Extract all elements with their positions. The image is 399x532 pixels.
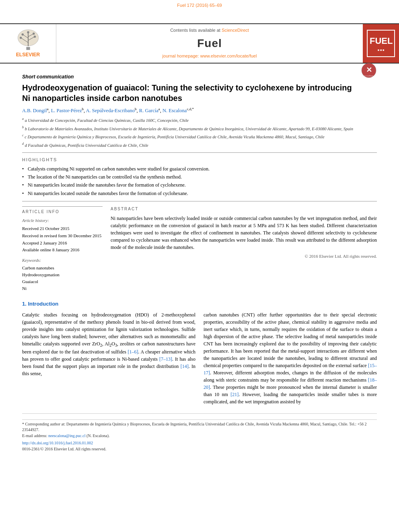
fuel-logo: FUEL ■ ■ ■ <box>367 30 395 57</box>
elsevier-brand-text: ELSEVIER <box>16 51 40 58</box>
intro-text-left: Catalytic studies focusing on hydrodeoxy… <box>22 311 195 377</box>
ref-14: [14] <box>181 364 189 369</box>
keyword-4: Ni <box>22 286 103 292</box>
revised-date: Received in revised form 30 December 201… <box>22 233 103 239</box>
author-4[interactable]: R. García <box>139 108 158 113</box>
accepted-date: Accepted 2 January 2016 <box>22 240 103 246</box>
svg-point-9 <box>21 33 24 36</box>
author-1[interactable]: A.B. Dongil <box>22 108 47 113</box>
divider-2 <box>22 201 377 201</box>
affiliation-2: b b Laboratorio de Materiales Avanzados,… <box>22 125 377 132</box>
page: Fuel 172 (2016) 65–69 ELS <box>0 0 399 452</box>
svg-rect-0 <box>26 47 30 50</box>
journal-center: Contents lists available at ScienceDirec… <box>56 24 363 63</box>
highlight-item-4: Ni nanoparticles located outside the nan… <box>22 190 377 197</box>
article-title: Hydrodeoxygenation of guaiacol: Tuning t… <box>22 82 377 103</box>
intro-text-right: carbon nanotubes (CNT) offer further opp… <box>204 311 377 405</box>
keyword-1: Carbon nanotubes <box>22 265 103 271</box>
article-info-abstract: ARTICLE INFO Article history: Received 2… <box>22 206 377 292</box>
fuel-logo-box: FUEL ■ ■ ■ <box>363 24 399 63</box>
citation-line: Fuel 172 (2016) 65–69 <box>0 0 399 11</box>
corresponding-note: * Corresponding author at: Departamento … <box>22 419 377 433</box>
intro-section-title: 1. Introduction <box>22 300 377 308</box>
keyword-3: Guaiacol <box>22 279 103 285</box>
article-info-column: ARTICLE INFO Article history: Received 2… <box>22 206 103 292</box>
svg-point-7 <box>19 37 22 39</box>
available-date: Available online 8 January 2016 <box>22 247 103 253</box>
svg-point-11 <box>27 31 29 33</box>
elsevier-tree-icon <box>12 29 44 51</box>
received-date: Received 21 October 2015 <box>22 226 103 232</box>
introduction-section: 1. Introduction Catalytic studies focusi… <box>22 300 377 405</box>
highlight-item-1: Catalysts comprising Ni supported on car… <box>22 166 377 173</box>
affiliation-4: d d Facultad de Químicas, Pontificia Uni… <box>22 142 377 148</box>
title-area: Hydrodeoxygenation of guaiacol: Tuning t… <box>22 82 377 103</box>
authors: A.B. Dongila, L. Pastor-Pérezb, A. Sepúl… <box>22 107 377 114</box>
corresponding-text: * Corresponding author at: Departamento … <box>22 422 367 432</box>
science-direct-link: Contents lists available at ScienceDirec… <box>170 27 249 34</box>
footer-area: * Corresponding author at: Departamento … <box>22 413 377 452</box>
copyright: © 2016 Elsevier Ltd. All rights reserved… <box>111 253 377 260</box>
journal-homepage-text: journal homepage: www.elsevier.com/locat… <box>162 53 257 58</box>
svg-point-10 <box>33 33 35 35</box>
email-link[interactable]: neescalona@ing.puc.cl <box>48 433 86 438</box>
ref-18-20: [18–20] <box>204 377 377 390</box>
article-type: Short communication <box>22 73 377 80</box>
highlight-item-2: The location of the Ni nanoparticles can… <box>22 174 377 181</box>
email-note: E-mail address: neescalona@ing.puc.cl (N… <box>22 433 377 439</box>
journal-header: ELSEVIER Contents lists available at Sci… <box>0 23 399 64</box>
svg-text:CrossMark: CrossMark <box>364 75 374 77</box>
intro-section-name: Introduction <box>28 301 58 307</box>
keyword-2: Hydrodeoxygenation <box>22 272 103 278</box>
abstract-label: ABSTRACT <box>111 206 377 212</box>
affiliation-3: c c Departamento de Ingeniería Química y… <box>22 133 377 140</box>
divider-1 <box>22 152 377 153</box>
svg-text:✕: ✕ <box>366 66 372 74</box>
svg-point-8 <box>33 35 36 38</box>
doi-link[interactable]: http://dx.doi.org/10.1016/j.fuel.2016.01… <box>22 440 377 446</box>
elsevier-logo: ELSEVIER <box>0 24 56 63</box>
ref-15-17: [15–17] <box>204 363 377 376</box>
affiliation-1: a a Universidad de Concepción, Facultad … <box>22 117 377 123</box>
keywords-label: Keywords: <box>22 257 103 264</box>
ref-1-6: [1–6] <box>128 349 138 355</box>
journal-homepage: journal homepage: www.elsevier.com/locat… <box>162 53 257 60</box>
science-direct-name: ScienceDirect <box>222 28 249 33</box>
citation-text: Fuel 172 (2016) 65–69 <box>177 3 222 8</box>
intro-section-number: 1. <box>22 301 27 307</box>
highlights-title: HIGHLIGHTS <box>22 157 377 163</box>
journal-name: Fuel <box>197 35 222 52</box>
highlight-item-3: Ni nanoparticles located inside the nano… <box>22 182 377 189</box>
abstract-text: Ni nanoparticles have been selectively l… <box>111 215 377 251</box>
ref-21: [21] <box>230 392 239 397</box>
ref-7-13: [7–13] <box>159 356 172 362</box>
crossmark-icon[interactable]: ✕ CrossMark <box>361 62 377 78</box>
abstract-column: ABSTRACT Ni nanoparticles have been sele… <box>111 206 377 292</box>
intro-col-right: carbon nanotubes (CNT) offer further opp… <box>204 311 377 405</box>
intro-col-left: Catalytic studies focusing on hydrodeoxy… <box>22 311 195 405</box>
author-2[interactable]: L. Pastor-Pérez <box>51 108 82 113</box>
author-3[interactable]: A. Sepúlveda-Escribano <box>86 108 135 113</box>
history-label: Article history: <box>22 218 103 224</box>
author-5[interactable]: N. Escalona <box>162 108 187 113</box>
article-info-label: ARTICLE INFO <box>22 209 103 215</box>
issn-line: 0016-2361/© 2016 Elsevier Ltd. All right… <box>22 446 377 452</box>
intro-body: Catalytic studies focusing on hydrodeoxy… <box>22 311 377 405</box>
main-content: Short communication Hydrodeoxygenation o… <box>0 64 399 452</box>
email-name: (N. Escalona). <box>86 433 109 438</box>
email-label: E-mail address: <box>22 433 48 438</box>
highlights-section: HIGHLIGHTS Catalysts comprising Ni suppo… <box>22 157 377 197</box>
